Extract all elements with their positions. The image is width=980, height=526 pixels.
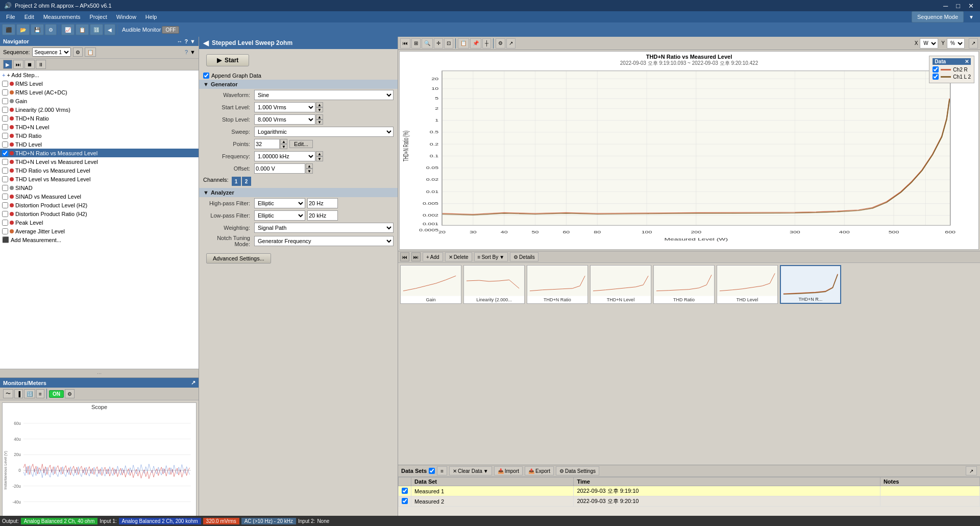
- offset-input[interactable]: [254, 163, 305, 174]
- monitors-expand-icon[interactable]: ↗: [191, 379, 195, 386]
- graph-zoom-fit-btn[interactable]: ⊞: [411, 38, 421, 49]
- start-level-select[interactable]: 1.000 Vrms 0.100 Vrms 0.500 Vrms 2.000 V…: [254, 102, 315, 112]
- legend-close-icon[interactable]: ✕: [965, 59, 969, 64]
- hp-filter-hz-input[interactable]: [307, 198, 338, 208]
- settings-btn[interactable]: ⚙: [45, 24, 57, 35]
- graph-zoom-btn[interactable]: 🔍: [422, 38, 433, 49]
- menu-edit[interactable]: Edit: [20, 13, 38, 21]
- nav-help-icon[interactable]: ?: [185, 49, 188, 55]
- nav-question-icon[interactable]: ?: [184, 38, 188, 44]
- nav-item-thdn-ratio[interactable]: THD+N Ratio: [0, 114, 199, 123]
- nav-cb-thdn-ratio-measured[interactable]: [2, 150, 8, 156]
- points-down[interactable]: ▼: [280, 144, 287, 149]
- thumb-thd-level[interactable]: THD Level: [717, 265, 778, 304]
- menu-help[interactable]: Help: [141, 13, 161, 21]
- frequency-up[interactable]: ▲: [316, 151, 323, 156]
- start-button[interactable]: ▶ Start: [206, 54, 249, 66]
- clear-data-btn[interactable]: ✕ Clear Data ▼: [449, 466, 492, 475]
- nav-cb-thd-level[interactable]: [2, 141, 8, 148]
- nav-pause-btn[interactable]: ⏸: [36, 60, 46, 69]
- add-graph-btn[interactable]: + Add: [423, 252, 443, 261]
- graph-export-btn[interactable]: ↗: [506, 38, 516, 49]
- nav-item-rms-level[interactable]: RMS Level: [0, 79, 199, 88]
- frequency-select[interactable]: 1.00000 kHz 10.0000 kHz: [254, 151, 315, 161]
- nav-cb-dist-h2-level[interactable]: [2, 202, 8, 208]
- thumb-prev-btn[interactable]: ⏮: [400, 252, 409, 261]
- monitor-table-btn[interactable]: ≡: [36, 389, 44, 398]
- sweep-select[interactable]: Logarithmic Linear: [254, 127, 394, 137]
- table-btn[interactable]: 📋: [76, 24, 89, 35]
- audible-off-btn[interactable]: OFF: [162, 26, 179, 34]
- channel1-btn[interactable]: 1: [232, 177, 241, 186]
- offset-up[interactable]: ▲: [306, 163, 313, 169]
- nav-cb-thdn-ratio[interactable]: [2, 115, 8, 122]
- nav-cb-rms-level-ac[interactable]: [2, 89, 8, 95]
- thumb-thd-ratio[interactable]: THD Ratio: [653, 265, 715, 304]
- sequence-settings-btn[interactable]: ⚙: [73, 47, 83, 57]
- stop-level-up[interactable]: ▲: [316, 114, 323, 119]
- monitor-settings-btn[interactable]: ⚙: [65, 389, 75, 398]
- nav-cb-thd-level-measured[interactable]: [2, 176, 8, 182]
- nav-cb-linearity[interactable]: [2, 107, 8, 113]
- stop-level-down[interactable]: ▼: [316, 119, 323, 125]
- notch-select[interactable]: Generator Frequency Measured Frequency: [254, 236, 394, 246]
- nav-item-sinad-measured[interactable]: SINAD vs Measured Level: [0, 192, 199, 201]
- nav-add-step[interactable]: + + Add Step...: [0, 70, 199, 79]
- start-level-down[interactable]: ▼: [316, 107, 323, 112]
- monitor-wave-btn[interactable]: 〜: [3, 389, 13, 398]
- maximize-btn[interactable]: □: [954, 2, 962, 10]
- row1-cb[interactable]: [402, 488, 408, 494]
- minimize-btn[interactable]: ─: [941, 2, 950, 10]
- nav-cb-thd-ratio[interactable]: [2, 133, 8, 139]
- menu-project[interactable]: Project: [85, 13, 111, 21]
- nav-item-gain[interactable]: Gain: [0, 97, 199, 105]
- graph-pan-btn[interactable]: ✛: [434, 38, 443, 49]
- offset-down[interactable]: ▼: [306, 169, 313, 174]
- datasets-expand-btn[interactable]: ↗: [966, 466, 977, 475]
- nav-cb-sinad[interactable]: [2, 185, 8, 191]
- row2-check[interactable]: [399, 496, 411, 507]
- nav-step-btn[interactable]: ⏭: [13, 60, 23, 69]
- menu-file[interactable]: File: [2, 13, 19, 21]
- legend-cb-ch1l2[interactable]: [933, 74, 939, 80]
- graph-btn[interactable]: 📈: [61, 24, 75, 35]
- sequence-select[interactable]: Sequence 1: [32, 47, 71, 57]
- weighting-select[interactable]: Signal Path None A-Weight: [254, 223, 394, 233]
- num-btn[interactable]: 🔢: [90, 24, 103, 35]
- graph-home-btn[interactable]: ⏮: [400, 38, 410, 49]
- nav-item-thd-level[interactable]: THD Level: [0, 140, 199, 149]
- nav-cb-peak-level[interactable]: [2, 220, 8, 226]
- thumb-next-btn[interactable]: ⏭: [411, 252, 421, 261]
- nav-cb-gain[interactable]: [2, 98, 8, 104]
- frequency-down[interactable]: ▼: [316, 156, 323, 161]
- monitor-on-btn[interactable]: ON: [49, 390, 64, 398]
- sequence-mode-dropdown[interactable]: ▼: [965, 13, 978, 21]
- graph-cursor-btn[interactable]: ┼: [482, 38, 491, 49]
- advanced-settings-btn[interactable]: Advanced Settings...: [206, 253, 271, 264]
- legend-cb-ch2r[interactable]: [933, 66, 939, 73]
- delete-graph-btn[interactable]: ✕ Delete: [445, 252, 472, 261]
- lp-filter-khz-input[interactable]: [307, 210, 338, 221]
- details-btn[interactable]: ⚙ Details: [510, 252, 538, 261]
- nav-menu-icon[interactable]: ▼: [190, 38, 195, 44]
- open-btn[interactable]: 📂: [16, 24, 30, 35]
- append-graph-cb[interactable]: [203, 73, 209, 79]
- nav-cb-thdn-level-measured[interactable]: [2, 159, 8, 165]
- nav-item-thdn-ratio-measured[interactable]: THD+N Ratio vs Measured Level: [0, 149, 199, 157]
- graph-expand-btn[interactable]: ↗: [969, 38, 978, 49]
- menu-measurements[interactable]: Measurements: [39, 13, 85, 21]
- export-btn[interactable]: 📤 Export: [525, 466, 554, 475]
- analyzer-section-header[interactable]: ▼ Analyzer: [199, 188, 398, 197]
- x-axis-select[interactable]: W: [920, 38, 938, 49]
- nav-resize-handle[interactable]: ···: [97, 370, 102, 376]
- nav-item-rms-level-ac[interactable]: RMS Level (AC+DC): [0, 88, 199, 97]
- nav-item-peak-level[interactable]: Peak Level: [0, 218, 199, 227]
- edit-points-btn[interactable]: Edit...: [289, 140, 313, 148]
- close-btn[interactable]: ✕: [966, 2, 976, 10]
- nav-item-sinad[interactable]: SINAD: [0, 183, 199, 192]
- thumb-linearity[interactable]: Linearity (2.000...: [463, 265, 525, 304]
- channel2-btn[interactable]: 2: [242, 177, 251, 186]
- monitor-bar-btn[interactable]: ▐: [14, 389, 23, 398]
- save-btn[interactable]: 💾: [31, 24, 44, 35]
- nav-cb-thdn-level[interactable]: [2, 124, 8, 130]
